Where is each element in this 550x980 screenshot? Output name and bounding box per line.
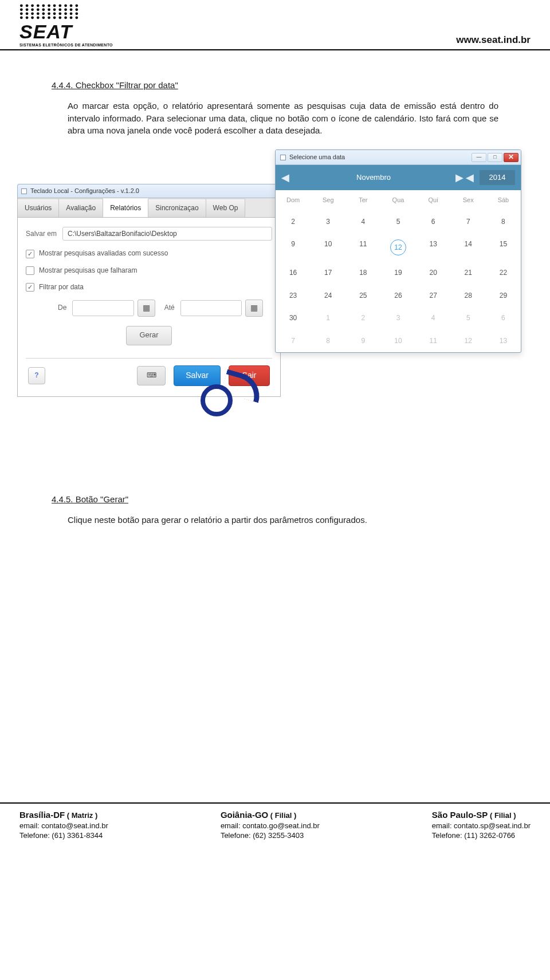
- config-window-titlebar: Teclado Local - Configurações - v.1.2.0: [17, 184, 281, 198]
- calendar-day[interactable]: 9: [276, 233, 311, 262]
- dow-label: Ter: [345, 190, 380, 211]
- tab-usuarios[interactable]: Usuários: [18, 198, 59, 217]
- calendar-day[interactable]: 6: [486, 307, 521, 329]
- checkbox-falharam[interactable]: Mostrar pesquisas que falharam: [26, 266, 272, 275]
- minimize-button[interactable]: —: [472, 153, 486, 162]
- calendar-day[interactable]: 4: [416, 307, 451, 329]
- footer-email: email: contato.go@seat.ind.br: [221, 821, 320, 830]
- calendar-day[interactable]: 12: [380, 233, 415, 262]
- ate-calendar-button[interactable]: ▦: [245, 300, 263, 317]
- prev-year-button[interactable]: ◀: [466, 170, 476, 185]
- calendar-day[interactable]: 11: [416, 330, 451, 352]
- dow-label: Dom: [276, 190, 311, 211]
- calendar-day[interactable]: 10: [311, 233, 345, 262]
- checkbox-filtrar-data[interactable]: Filtrar por data: [26, 282, 272, 292]
- calendar-day[interactable]: 5: [451, 307, 486, 329]
- calendar-year: 2014: [480, 170, 515, 186]
- config-window: Teclado Local - Configurações - v.1.2.0 …: [17, 184, 281, 397]
- tab-avaliacao[interactable]: Avaliação: [59, 198, 103, 217]
- footer-tel: Telefone: (11) 3262-0766: [432, 831, 515, 840]
- calendar-day[interactable]: 25: [345, 285, 380, 307]
- calendar-day[interactable]: 29: [486, 285, 521, 307]
- calendar-day[interactable]: 11: [345, 233, 380, 262]
- salvar-button[interactable]: Salvar: [174, 365, 221, 386]
- dow-label: Qui: [416, 190, 451, 211]
- dow-label: Seg: [311, 190, 345, 211]
- calendar-day[interactable]: 17: [311, 262, 345, 284]
- page-footer: Brasília-DF ( Matriz ) email: contato@se…: [0, 802, 550, 852]
- checkbox-icon: [26, 283, 34, 292]
- calendar-day[interactable]: 7: [276, 330, 311, 352]
- keyboard-icon: ⌨: [147, 371, 156, 380]
- prev-month-button[interactable]: ◀: [281, 170, 292, 185]
- calendar-day[interactable]: 24: [311, 285, 345, 307]
- calendar-day[interactable]: 21: [451, 262, 486, 284]
- maximize-button[interactable]: □: [488, 153, 502, 162]
- footer-role: ( Matriz ): [67, 811, 97, 820]
- screenshot-composite: Teclado Local - Configurações - v.1.2.0 …: [17, 149, 493, 482]
- calendar-day[interactable]: 1: [311, 307, 345, 329]
- calendar-day[interactable]: 20: [416, 262, 451, 284]
- calendar-day[interactable]: 22: [486, 262, 521, 284]
- calendar-day[interactable]: 18: [345, 262, 380, 284]
- footer-tel: Telefone: (61) 3361-8344: [19, 831, 103, 840]
- calendar-day[interactable]: 8: [311, 330, 345, 352]
- dow-label: Qua: [380, 190, 415, 211]
- calendar-day[interactable]: 4: [345, 211, 380, 233]
- footer-city: Brasília-DF: [19, 810, 65, 820]
- calendar-day[interactable]: 9: [345, 330, 380, 352]
- footer-city: Goiânia-GO: [221, 810, 268, 820]
- tab-webop[interactable]: Web Op: [206, 198, 246, 217]
- calendar-day[interactable]: 8: [486, 211, 521, 233]
- calendar-day[interactable]: 13: [416, 233, 451, 262]
- gerar-button[interactable]: Gerar: [126, 326, 172, 345]
- sair-button[interactable]: Sair: [229, 365, 270, 386]
- calendar-day[interactable]: 3: [311, 211, 345, 233]
- calendar-window-title: Selecione uma data: [289, 153, 345, 162]
- calendar-day[interactable]: 13: [486, 330, 521, 352]
- logo-dots: ●●●●●●●●●●●●●●●●●●●●●●●●●●●●●●●●●●●●●●●●…: [19, 3, 80, 19]
- calendar-day[interactable]: 2: [345, 307, 380, 329]
- calendar-window: Selecione uma data — □ ✕ ◀ Novembro ▶ ◀ …: [275, 149, 521, 353]
- calendar-day[interactable]: 26: [380, 285, 415, 307]
- footer-city: São Paulo-SP: [432, 810, 488, 820]
- calendar-icon: ▦: [250, 302, 258, 313]
- calendar-day[interactable]: 16: [276, 262, 311, 284]
- ate-field[interactable]: [180, 300, 242, 316]
- checkbox-sucesso[interactable]: Mostrar pesquisas avaliadas com sucesso: [26, 249, 272, 258]
- calendar-day[interactable]: 3: [380, 307, 415, 329]
- next-month-button[interactable]: ▶: [455, 170, 466, 185]
- calendar-day[interactable]: 6: [416, 211, 451, 233]
- calendar-day[interactable]: 27: [416, 285, 451, 307]
- section-445-title: 4.4.5. Botão "Gerar": [52, 493, 498, 506]
- section-445-body: Clique neste botão para gerar o relatóri…: [68, 514, 498, 526]
- relatorios-panel: Salvar em C:\Users\BaltazarBonifacio\Des…: [17, 217, 281, 396]
- calendar-day[interactable]: 7: [451, 211, 486, 233]
- salvar-em-label: Salvar em: [26, 229, 62, 239]
- calendar-day[interactable]: 19: [380, 262, 415, 284]
- tab-bar: Usuários Avaliação Relatórios Sincroniza…: [17, 198, 281, 217]
- tab-sincronizacao[interactable]: Sincronizaçao: [148, 198, 206, 217]
- calendar-month: Novembro: [292, 172, 455, 183]
- calendar-day[interactable]: 15: [486, 233, 521, 262]
- calendar-day[interactable]: 2: [276, 211, 311, 233]
- calendar-day[interactable]: 5: [380, 211, 415, 233]
- close-button[interactable]: ✕: [504, 153, 518, 162]
- keyboard-button[interactable]: ⌨: [137, 366, 166, 385]
- footer-role: ( Filial ): [270, 811, 297, 820]
- salvar-em-field[interactable]: C:\Users\BaltazarBonifacio\Desktop: [62, 227, 272, 241]
- checkbox-filtrar-data-label: Filtrar por data: [39, 282, 84, 292]
- calendar-day[interactable]: 12: [451, 330, 486, 352]
- de-calendar-button[interactable]: ▦: [138, 300, 155, 317]
- de-field[interactable]: [72, 300, 134, 316]
- calendar-day[interactable]: 28: [451, 285, 486, 307]
- calendar-day[interactable]: 14: [451, 233, 486, 262]
- tab-relatorios[interactable]: Relatórios: [103, 198, 148, 217]
- calendar-day[interactable]: 10: [380, 330, 415, 352]
- footer-role: ( Filial ): [490, 811, 516, 820]
- help-button[interactable]: ?: [28, 367, 45, 384]
- calendar-day[interactable]: 30: [276, 307, 311, 329]
- footer-col-sp: São Paulo-SP ( Filial ) email: contato.s…: [432, 809, 531, 841]
- calendar-icon: ▦: [143, 302, 150, 313]
- calendar-day[interactable]: 23: [276, 285, 311, 307]
